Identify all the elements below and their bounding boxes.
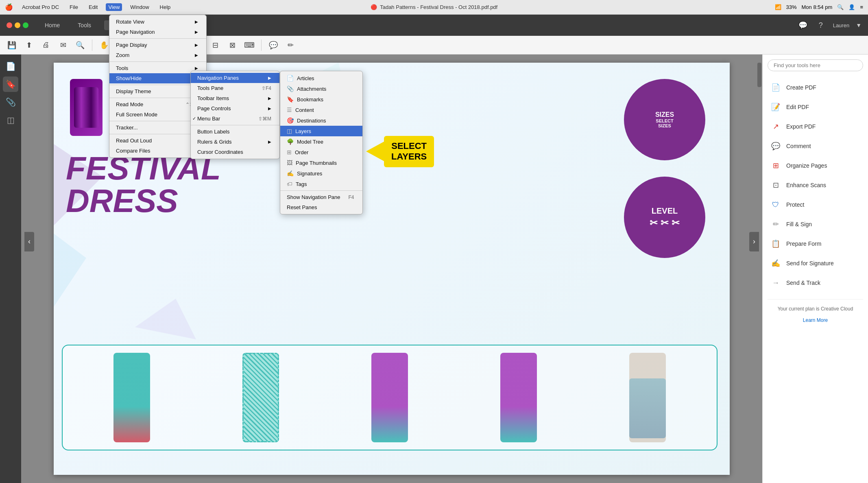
nav-panes-submenu[interactable]: 📄 Articles 📎 Attachments 🔖 Bookmarks ☰ C… — [280, 71, 363, 214]
search-menubar-icon[interactable]: 🔍 — [837, 4, 844, 10]
sidebar-bookmark-icon[interactable]: 🔖 — [3, 76, 18, 92]
tab-home[interactable]: Home — [40, 20, 65, 30]
comment-tool-icon: 💬 — [770, 140, 781, 152]
edit-pdf-icon: 📝 — [770, 101, 781, 113]
menu-extra-icon[interactable]: ≡ — [860, 4, 863, 10]
menu-page-navigation[interactable]: Page Navigation ▶ — [109, 27, 206, 37]
protect-icon: 🛡 — [770, 199, 781, 210]
menu-view[interactable]: View — [106, 3, 122, 11]
menu-window[interactable]: Window — [128, 3, 151, 11]
navpane-attachments[interactable]: 📎 Attachments — [280, 83, 362, 94]
showhide-menu-bar[interactable]: ✓ Menu Bar ⇧⌘M — [191, 114, 279, 124]
showhide-rulers-grids[interactable]: Rulers & Grids ▶ — [191, 137, 279, 147]
showhide-button-labels[interactable]: Button Labels — [191, 127, 279, 137]
navpane-destinations[interactable]: 🎯 Destinations — [280, 115, 362, 126]
tool-item-send-signature[interactable]: ✍ Send for Signature — [768, 254, 863, 273]
navpane-page-thumbnails[interactable]: 🖼 Page Thumbnails — [280, 157, 362, 168]
tool-item-edit-pdf[interactable]: 📝 Edit PDF — [768, 97, 863, 117]
showhide-cursor-coords[interactable]: Cursor Coordinates — [191, 147, 279, 157]
navpane-bookmarks[interactable]: 🔖 Bookmarks — [280, 94, 362, 105]
send-signature-icon: ✍ — [770, 258, 781, 269]
showhide-toolbar-items[interactable]: Toolbar Items ▶ — [191, 93, 279, 103]
scrollbar-thumb[interactable] — [757, 63, 761, 87]
showhide-nav-panes[interactable]: Navigation Panes ▶ — [191, 73, 279, 83]
tool-item-create-pdf[interactable]: 📄 Create PDF — [768, 78, 863, 97]
comment-tool-btn[interactable]: 💬 — [266, 38, 280, 52]
send-track-icon: → — [770, 277, 781, 288]
menu-zoom[interactable]: Zoom ▶ — [109, 50, 206, 60]
tools-search-input[interactable] — [768, 59, 863, 71]
tool-label-create-pdf: Create PDF — [786, 84, 816, 91]
tool-item-export-pdf[interactable]: ↗ Export PDF — [768, 117, 863, 136]
export-pdf-icon: ↗ — [770, 121, 781, 132]
create-pdf-icon: 📄 — [770, 82, 781, 93]
tab-tools[interactable]: Tools — [73, 20, 96, 30]
menu-edit[interactable]: Edit — [86, 3, 100, 11]
help-icon[interactable]: ? — [815, 20, 827, 31]
email-icon[interactable]: ✉ — [56, 38, 70, 52]
wifi-icon: 📶 — [775, 4, 781, 10]
navpane-reset-panes[interactable]: Reset Panes — [280, 202, 362, 212]
tool-item-prepare-form[interactable]: 📋 Prepare Form — [768, 234, 863, 254]
tool-item-send-track[interactable]: → Send & Track — [768, 273, 863, 293]
showhide-page-controls[interactable]: Page Controls ▶ — [191, 103, 279, 114]
edit-tool-btn[interactable]: ✏ — [284, 38, 297, 52]
chat-icon[interactable]: 💬 — [797, 20, 809, 31]
navpane-show-pane[interactable]: Show Navigation Pane F4 — [280, 192, 362, 202]
learn-more-link[interactable]: Learn More — [803, 317, 828, 323]
navpane-model-tree[interactable]: 🌳 Model Tree — [280, 136, 362, 147]
navpane-articles[interactable]: 📄 Articles — [280, 73, 362, 83]
right-sidebar: 📄 Create PDF 📝 Edit PDF ↗ Export PDF 💬 C… — [762, 55, 868, 483]
sidebar-attachment-icon[interactable]: 📎 — [3, 94, 18, 110]
document-title-menubar: 🔴 Tadah Patterns - Festival Dress - Oct … — [371, 4, 497, 10]
print-icon[interactable]: 🖨 — [39, 38, 53, 52]
user-menubar-icon[interactable]: 👤 — [848, 4, 855, 10]
menu-items: Acrobat Pro DC File Edit View Window Hel… — [20, 3, 173, 11]
maximize-button[interactable] — [23, 22, 28, 28]
toolbar-divider-3 — [261, 39, 262, 51]
save-icon[interactable]: 💾 — [5, 38, 19, 52]
vertical-scrollbar[interactable] — [757, 55, 762, 483]
fit-width-btn[interactable]: ⊟ — [208, 38, 222, 52]
apple-logo-icon[interactable]: 🍎 — [5, 3, 13, 11]
menu-rotate-view[interactable]: Rotate View ▶ — [109, 17, 206, 27]
navpane-tags[interactable]: 🏷 Tags — [280, 179, 362, 189]
keyboard-btn[interactable]: ⌨ — [242, 38, 256, 52]
sizes-circle: SIZES SELECT SIZES — [624, 79, 705, 160]
navpane-content[interactable]: ☰ Content — [280, 105, 362, 115]
menu-acrobat[interactable]: Acrobat Pro DC — [20, 3, 61, 11]
tool-label-fill-sign: Fill & Sign — [786, 221, 812, 227]
username-display[interactable]: Lauren — [833, 22, 849, 28]
menu-file[interactable]: File — [67, 3, 81, 11]
toolbar-right: 💬 ? Lauren ▼ — [797, 20, 861, 31]
menu-page-display[interactable]: Page Display ▶ — [109, 40, 206, 50]
tool-item-enhance-scans[interactable]: ⊡ Enhance Scans — [768, 175, 863, 195]
search-icon[interactable]: 🔍 — [73, 38, 87, 52]
navpane-order[interactable]: ⊞ Order — [280, 147, 362, 157]
sidebar-layers-icon[interactable]: ◫ — [3, 112, 18, 128]
tool-item-protect[interactable]: 🛡 Protect — [768, 195, 863, 214]
menubar-left: 🍎 Acrobat Pro DC File Edit View Window H… — [5, 3, 173, 11]
showhide-tools-pane[interactable]: ✓ Tools Pane ⇧F4 — [191, 83, 279, 93]
navpane-layers[interactable]: ◫ Layers — [280, 126, 362, 136]
tool-item-fill-sign[interactable]: ✏ Fill & Sign — [768, 214, 863, 234]
scroll-right-arrow[interactable]: › — [749, 232, 759, 251]
show-hide-submenu[interactable]: Navigation Panes ▶ ✓ Tools Pane ⇧F4 Tool… — [190, 71, 280, 159]
battery-label: 33% — [786, 4, 797, 10]
menu-help[interactable]: Help — [157, 3, 173, 11]
upload-icon[interactable]: ⬆ — [22, 38, 36, 52]
close-button[interactable] — [7, 22, 12, 28]
tool-item-comment[interactable]: 💬 Comment — [768, 136, 863, 156]
fit-full-btn[interactable]: ⊠ — [225, 38, 239, 52]
tool-item-organize-pages[interactable]: ⊞ Organize Pages — [768, 156, 863, 175]
sidebar-page-icon[interactable]: 📄 — [3, 59, 18, 74]
menubar-right: 📶 33% Mon 8:54 pm 🔍 👤 ≡ — [775, 4, 864, 10]
clock-display: Mon 8:54 pm — [802, 4, 833, 10]
navpane-sep — [280, 190, 362, 191]
toolbar-divider-1 — [92, 39, 92, 51]
tool-label-comment: Comment — [786, 143, 811, 149]
scroll-left-arrow[interactable]: ‹ — [24, 232, 34, 251]
user-dropdown-icon[interactable]: ▼ — [856, 22, 861, 28]
minimize-button[interactable] — [15, 22, 20, 28]
navpane-signatures[interactable]: ✍ Signatures — [280, 168, 362, 179]
